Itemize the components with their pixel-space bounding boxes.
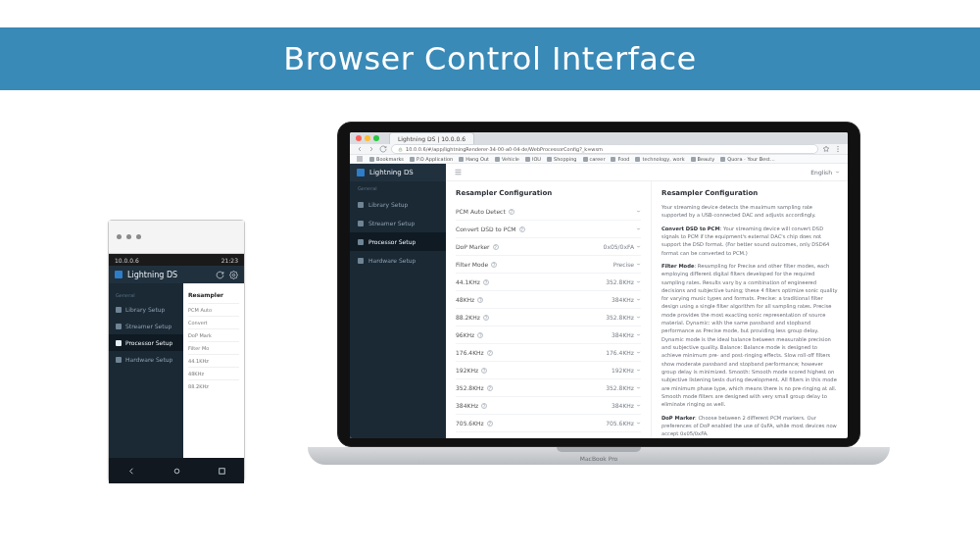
- hardware-icon: [358, 258, 364, 264]
- setting-row[interactable]: 192KHz?192KHz: [456, 361, 641, 378]
- list-item[interactable]: PCM Auto: [188, 303, 239, 316]
- phone-status-left: 10.0.0.6: [115, 257, 139, 264]
- bookmark-item[interactable]: P.O Application: [410, 156, 453, 162]
- chevron-down-icon: [636, 244, 641, 249]
- hamburger-icon[interactable]: [454, 168, 463, 176]
- minimize-window-icon[interactable]: [365, 135, 370, 141]
- browser-toolbar: 10.0.0.6/#/app/lightningRenderer-34-00-a…: [350, 144, 848, 155]
- back-icon[interactable]: [126, 466, 137, 477]
- setting-row[interactable]: PCM Auto Detect?: [456, 203, 641, 220]
- sidebar-item-processor[interactable]: Processor Setup: [350, 232, 446, 251]
- sidebar-item-hardware[interactable]: Hardware Setup: [109, 351, 183, 368]
- setting-row[interactable]: 352.8KHz?352.8KHz: [456, 378, 641, 396]
- list-item[interactable]: 44.1KHz: [188, 354, 239, 367]
- setting-row[interactable]: 176.4KHz?176.4KHz: [456, 343, 641, 361]
- help-icon[interactable]: ?: [481, 403, 487, 409]
- help-icon[interactable]: ?: [487, 385, 493, 391]
- recents-icon[interactable]: [217, 466, 227, 477]
- apps-icon[interactable]: [356, 155, 364, 163]
- help-icon[interactable]: ?: [491, 262, 497, 268]
- window-controls: [356, 135, 379, 141]
- star-icon[interactable]: [822, 145, 830, 153]
- sidebar-heading: General: [350, 181, 446, 195]
- phone-sidebar: General Library Setup Streamer Setup Pro…: [109, 283, 183, 458]
- chevron-down-icon: [636, 315, 641, 320]
- setting-row[interactable]: Filter Mode?Precise: [456, 255, 641, 273]
- svg-point-4: [838, 146, 839, 147]
- help-icon[interactable]: ?: [477, 297, 483, 303]
- sidebar-item-processor[interactable]: Processor Setup: [109, 334, 183, 351]
- help-icon[interactable]: ?: [493, 244, 499, 250]
- list-item[interactable]: 88.2KHz: [188, 379, 239, 392]
- setting-row[interactable]: 44.1KHz?352.8KHz: [456, 273, 641, 290]
- setting-row[interactable]: 384KHz?384KHz: [456, 396, 641, 414]
- setting-label: 48KHz: [456, 296, 474, 303]
- bookmark-item[interactable]: Bookmarks: [369, 156, 404, 162]
- lock-icon: [398, 147, 403, 152]
- zoom-window-icon[interactable]: [373, 135, 379, 141]
- home-icon[interactable]: [172, 466, 182, 477]
- phone-speaker-row: [109, 221, 244, 254]
- bookmark-item[interactable]: Vehicle: [495, 156, 519, 162]
- bookmark-item[interactable]: Quora - Your Best…: [720, 156, 775, 162]
- sidebar-item-library[interactable]: Library Setup: [350, 195, 446, 214]
- setting-row[interactable]: 768KHz?768KHz: [456, 431, 641, 438]
- sidebar-item-library[interactable]: Library Setup: [109, 301, 183, 318]
- reload-icon[interactable]: [379, 145, 387, 153]
- help-icon[interactable]: ?: [487, 350, 493, 356]
- list-item[interactable]: Filter Mo: [188, 341, 239, 354]
- svg-rect-2: [219, 468, 224, 474]
- list-item[interactable]: Convert: [188, 316, 239, 328]
- svg-rect-7: [357, 156, 358, 157]
- bookmark-item[interactable]: Food: [611, 156, 629, 162]
- bookmark-item[interactable]: Shopping: [547, 156, 576, 162]
- address-bar[interactable]: 10.0.0.6/#/app/lightningRenderer-34-00-a…: [391, 144, 818, 154]
- setting-label: 176.4KHz: [456, 349, 484, 356]
- setting-row[interactable]: 96KHz?384KHz: [456, 326, 641, 343]
- phone-content[interactable]: Resampler PCM Auto Convert DoP Mark Filt…: [183, 283, 244, 458]
- setting-row[interactable]: Convert DSD to PCM?: [456, 220, 641, 237]
- android-nav-bar: [109, 458, 244, 483]
- help-icon[interactable]: ?: [483, 279, 489, 285]
- help-icon[interactable]: ?: [487, 421, 493, 427]
- help-icon[interactable]: ?: [509, 209, 514, 215]
- help-icon[interactable]: ?: [477, 332, 483, 338]
- bookmark-item[interactable]: Beauty: [691, 156, 715, 162]
- sidebar-item-streamer[interactable]: Streamer Setup: [350, 214, 446, 232]
- setting-label: Convert DSD to PCM: [456, 226, 516, 232]
- setting-row[interactable]: 48KHz?384KHz: [456, 290, 641, 308]
- help-icon[interactable]: ?: [519, 226, 525, 232]
- laptop-notch: [557, 447, 641, 452]
- menu-icon[interactable]: [834, 145, 842, 153]
- bookmark-item[interactable]: career: [583, 156, 606, 162]
- refresh-icon[interactable]: [216, 271, 224, 279]
- sidebar-item-hardware[interactable]: Hardware Setup: [350, 251, 446, 270]
- bookmark-item[interactable]: Hang Out: [459, 156, 489, 162]
- bookmark-item[interactable]: technology, work: [635, 156, 684, 162]
- sidebar-item-streamer[interactable]: Streamer Setup: [109, 318, 183, 334]
- language-selector[interactable]: English: [810, 169, 840, 176]
- gear-icon[interactable]: [229, 271, 238, 279]
- bookmark-item[interactable]: IOU: [525, 156, 541, 162]
- list-item[interactable]: 48KHz: [188, 367, 239, 379]
- setting-label: 705.6KHz: [456, 420, 484, 427]
- laptop-bezel: Lightning DS | 10.0.0.6 10.0.0.6/#/app/l…: [337, 122, 860, 447]
- phone-status-bar: 10.0.0.6 21:23: [109, 254, 244, 266]
- section-heading: Resampler Configuration: [456, 189, 641, 197]
- list-item[interactable]: DoP Mark: [188, 328, 239, 341]
- setting-label: 768KHz: [456, 437, 478, 438]
- back-icon[interactable]: [356, 145, 364, 153]
- forward-icon[interactable]: [368, 145, 375, 153]
- browser-tab[interactable]: Lightning DS | 10.0.0.6: [389, 132, 474, 144]
- help-icon[interactable]: ?: [481, 368, 487, 374]
- close-window-icon[interactable]: [356, 135, 362, 141]
- svg-rect-15: [361, 160, 362, 161]
- app-logo-icon: [357, 169, 365, 176]
- setting-row[interactable]: 88.2KHz?352.8KHz: [456, 308, 641, 326]
- svg-point-1: [174, 469, 179, 474]
- setting-label: 352.8KHz: [456, 384, 484, 391]
- setting-row[interactable]: DoP Marker?0x05/0xFA: [456, 237, 641, 255]
- help-icon[interactable]: ?: [481, 438, 487, 439]
- help-icon[interactable]: ?: [483, 315, 489, 321]
- setting-row[interactable]: 705.6KHz?705.6KHz: [456, 414, 641, 431]
